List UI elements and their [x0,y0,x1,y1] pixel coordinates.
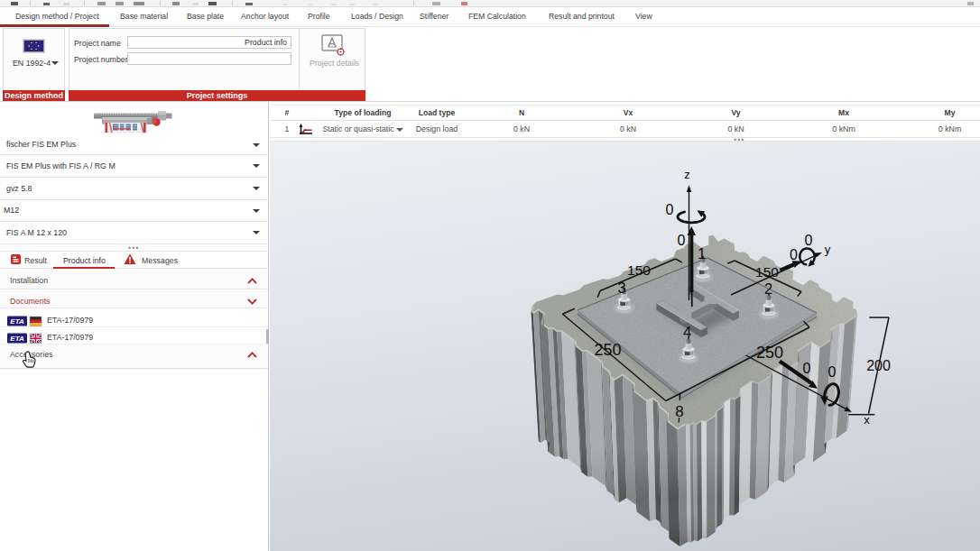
svg-text:y: y [825,243,831,256]
svg-text:0: 0 [666,202,674,217]
svg-text:200: 200 [866,358,891,373]
svg-text:0: 0 [678,233,686,248]
svg-text:3: 3 [617,280,625,296]
svg-text:0: 0 [790,247,798,262]
svg-text:x: x [864,413,870,427]
svg-text:250: 250 [756,344,783,362]
svg-text:0: 0 [803,361,811,376]
svg-text:250: 250 [594,341,621,359]
svg-text:2: 2 [764,280,772,297]
svg-text:0: 0 [828,364,837,380]
svg-text:8: 8 [675,403,683,420]
svg-text:z: z [684,168,690,181]
svg-text:ETA: ETA [10,317,24,326]
svg-text:150: 150 [755,264,779,280]
svg-text:1: 1 [698,245,706,262]
svg-text:ETA: ETA [10,335,24,343]
svg-text:150: 150 [627,262,651,278]
svg-text:4: 4 [683,324,691,340]
svg-text:0: 0 [805,233,813,248]
